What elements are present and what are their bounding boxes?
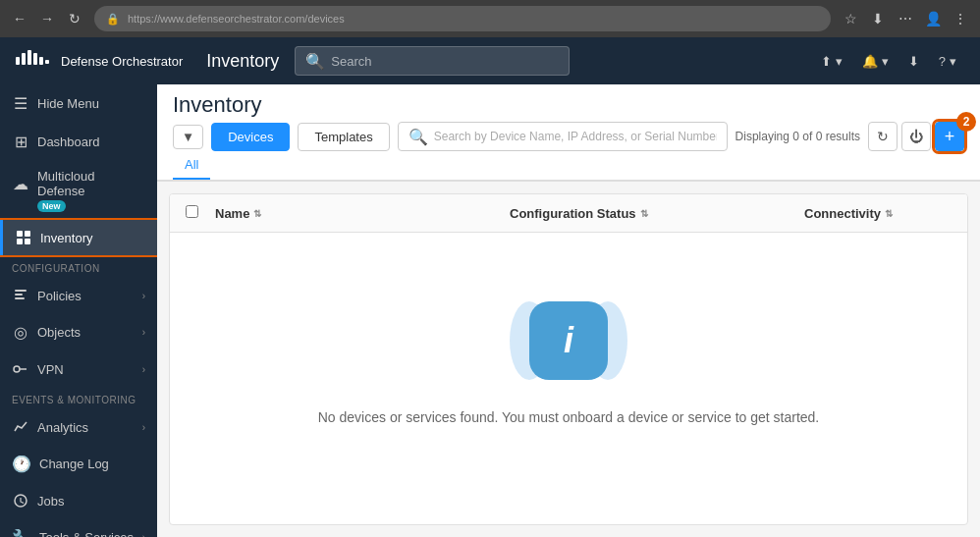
objects-icon: ◎ <box>12 323 29 342</box>
browser-navigation: ← → ↻ <box>8 7 86 30</box>
svg-rect-3 <box>33 53 37 65</box>
vpn-icon <box>12 361 29 377</box>
svg-rect-7 <box>25 231 30 237</box>
sidebar-item-vpn-label: VPN <box>37 362 135 377</box>
table-header: Name ⇅ Configuration Status ⇅ Connectivi… <box>170 194 967 233</box>
vpn-chevron-icon: › <box>142 364 145 375</box>
dashboard-icon: ⊞ <box>12 133 29 151</box>
table-container: Name ⇅ Configuration Status ⇅ Connectivi… <box>169 193 968 525</box>
config-status-label: Configuration Status <box>510 206 636 221</box>
tools-chevron-icon: › <box>142 532 145 537</box>
svg-point-13 <box>14 366 20 372</box>
download-icon: ⬇ <box>908 54 919 69</box>
sidebar-item-dashboard[interactable]: ⊞ Dashboard <box>0 123 157 161</box>
analytics-chevron-icon: › <box>142 422 145 433</box>
new-badge: New <box>37 200 66 212</box>
tab-devices[interactable]: Devices <box>211 123 290 151</box>
sidebar-item-tools-services-label: Tools & Services <box>39 530 135 537</box>
browser-actions: ☆ ⬇ ⋯ 👤 ⋮ <box>839 7 972 30</box>
alerts-button[interactable]: 🔔 ▾ <box>854 50 897 73</box>
deploy-button[interactable]: ⬆ ▾ <box>813 50 850 73</box>
plus-icon: + <box>945 127 955 147</box>
refresh-icon: ↻ <box>877 129 889 144</box>
reload-button[interactable]: ↻ <box>63 7 86 30</box>
jobs-icon <box>12 493 29 509</box>
config-sort-icon[interactable]: ⇅ <box>640 208 648 219</box>
select-all-checkbox[interactable] <box>186 205 198 218</box>
info-graphic: i <box>510 292 627 390</box>
device-search-input[interactable] <box>434 130 717 143</box>
nav-search[interactable]: 🔍 <box>295 46 570 76</box>
download-nav-button[interactable]: ⬇ <box>900 50 927 73</box>
connectivity-sort-icon[interactable]: ⇅ <box>885 208 893 219</box>
nav-actions: ⬆ ▾ 🔔 ▾ ⬇ ? ▾ <box>813 50 964 73</box>
cisco-logo <box>16 49 51 73</box>
sidebar-item-inventory[interactable]: Inventory <box>0 220 157 255</box>
events-section-label: Events & Monitoring <box>0 387 157 409</box>
sidebar-item-vpn[interactable]: VPN › <box>0 351 157 387</box>
download-button[interactable]: ⬇ <box>866 7 890 30</box>
sidebar-item-objects[interactable]: ◎ Objects › <box>0 313 157 351</box>
sidebar-item-jobs[interactable]: Jobs <box>0 483 157 518</box>
sidebar-item-policies-label: Policies <box>37 289 135 303</box>
sidebar-item-policies[interactable]: Policies › <box>0 278 157 313</box>
app-name: Defense Orchestrator <box>61 54 183 69</box>
svg-rect-1 <box>22 53 26 65</box>
help-button[interactable]: ? ▾ <box>931 50 964 73</box>
sidebar-item-tools-services[interactable]: 🔧 Tools & Services › <box>0 518 157 537</box>
breadcrumb-title: Inventory <box>173 92 262 118</box>
tools-icon: 🔧 <box>12 528 31 537</box>
name-sort-icon[interactable]: ⇅ <box>253 208 261 219</box>
menu-button[interactable]: ⋮ <box>949 7 972 30</box>
svg-rect-6 <box>17 231 23 237</box>
svg-rect-12 <box>15 297 25 299</box>
tab-templates[interactable]: Templates <box>298 123 389 151</box>
profile-button[interactable]: 👤 <box>921 7 945 30</box>
configuration-section-label: Configuration <box>0 255 157 278</box>
connectivity-label: Connectivity <box>804 206 881 221</box>
sidebar-item-multicloud[interactable]: ☁ Multicloud Defense New <box>0 161 157 220</box>
empty-state-message: No devices or services found. You must o… <box>318 409 820 425</box>
top-navbar: Defense Orchestrator Inventory 🔍 ⬆ ▾ 🔔 ▾… <box>0 37 980 84</box>
security-icon: 🔒 <box>106 13 120 26</box>
tab-search[interactable]: 🔍 <box>398 122 728 151</box>
tab-search-icon: 🔍 <box>408 128 428 146</box>
address-bar[interactable]: 🔒 https://www.defenseorchestrator.com/de… <box>94 6 831 31</box>
refresh-button[interactable]: ↻ <box>868 122 898 151</box>
analytics-icon <box>12 419 29 435</box>
sidebar-item-analytics[interactable]: Analytics › <box>0 409 157 445</box>
sidebar-item-change-log[interactable]: 🕐 Change Log <box>0 445 157 483</box>
bookmark-button[interactable]: ☆ <box>839 7 862 30</box>
svg-rect-10 <box>15 290 27 292</box>
hide-menu-button[interactable]: ☰ Hide Menu <box>0 84 157 123</box>
sidebar-item-objects-label: Objects <box>37 325 135 340</box>
sidebar-item-dashboard-label: Dashboard <box>37 134 145 149</box>
column-config-status: Configuration Status ⇅ <box>510 206 804 221</box>
search-input[interactable] <box>331 54 559 69</box>
url-text: https://www.defenseorchestrator.com/devi… <box>128 13 345 25</box>
extension-button[interactable]: ⋯ <box>894 7 917 30</box>
table-select-all[interactable] <box>186 204 215 222</box>
svg-rect-4 <box>39 57 43 65</box>
sidebar-item-jobs-label: Jobs <box>37 494 145 509</box>
label-2: 2 <box>956 112 976 132</box>
filter-button[interactable]: ▼ <box>173 125 203 149</box>
sidebar-item-inventory-label: Inventory <box>40 231 145 245</box>
svg-rect-11 <box>15 294 23 295</box>
change-log-icon: 🕐 <box>12 455 31 473</box>
search-icon: 🔍 <box>305 52 325 71</box>
svg-rect-2 <box>27 50 31 65</box>
sub-tab-all[interactable]: All <box>173 151 210 180</box>
sidebar-item-analytics-label: Analytics <box>37 420 135 435</box>
results-label: Displaying 0 of 0 results <box>735 130 860 143</box>
power-button[interactable]: ⏻ <box>901 122 931 151</box>
bell-icon: 🔔 <box>862 54 878 69</box>
back-button[interactable]: ← <box>8 7 31 30</box>
sidebar-item-change-log-label: Change Log <box>39 456 145 471</box>
app: Defense Orchestrator Inventory 🔍 ⬆ ▾ 🔔 ▾… <box>0 37 980 537</box>
svg-rect-5 <box>45 60 49 64</box>
tabs-area: ▼ Devices Templates 🔍 Displaying 0 of 0 … <box>157 122 980 151</box>
sidebar: ☰ Hide Menu ⊞ Dashboard ☁ Multicloud Def… <box>0 84 157 537</box>
forward-button[interactable]: → <box>35 7 59 30</box>
name-column-label: Name <box>215 206 249 221</box>
